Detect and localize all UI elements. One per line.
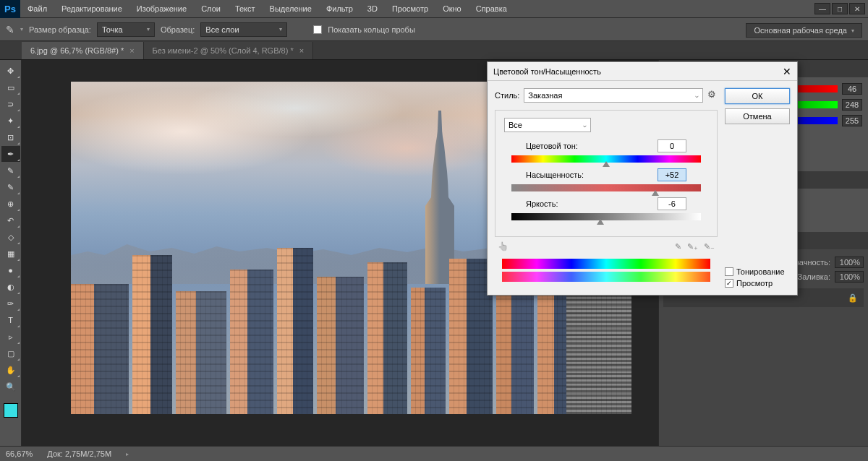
minimize-button[interactable]: —: [814, 3, 830, 14]
saturation-slider[interactable]: [511, 184, 701, 191]
status-chevron-icon[interactable]: ▸: [126, 451, 129, 457]
menu-image[interactable]: Изображение: [129, 4, 194, 13]
colorize-label: Тонирование: [736, 267, 785, 276]
sliders-box: Все⌵ Цветовой тон: Насыщенность:: [495, 110, 718, 237]
channel-select[interactable]: Все⌵: [504, 118, 591, 132]
pen-tool[interactable]: ✑: [1, 296, 20, 311]
style-value: Заказная: [528, 91, 562, 100]
lightness-input[interactable]: [658, 197, 686, 210]
eraser-tool[interactable]: ◇: [1, 229, 20, 245]
tab-close-icon[interactable]: ×: [299, 46, 304, 55]
path-tool[interactable]: ▹: [1, 329, 20, 345]
dialog-close-icon[interactable]: ✕: [783, 66, 791, 77]
wand-tool[interactable]: ✦: [1, 113, 20, 129]
foreground-color-swatch[interactable]: [4, 403, 18, 418]
input-spectrum: [502, 259, 710, 269]
sample-value: Все слои: [205, 25, 239, 34]
gradient-tool[interactable]: ▦: [1, 246, 20, 262]
heal-tool[interactable]: ✎: [1, 163, 20, 178]
saturation-input[interactable]: [658, 168, 686, 181]
ok-button[interactable]: ОК: [725, 88, 790, 104]
tool-preset-chevron-icon[interactable]: ▾: [20, 26, 23, 33]
eyedropper-tool-icon: ✎: [6, 24, 14, 35]
fill-label: Заливка:: [798, 272, 830, 281]
tab-label: 6.jpg @ 66,7% (RGB/8#) *: [30, 46, 124, 55]
clone-tool[interactable]: ⊕: [1, 196, 20, 212]
r-value[interactable]: 46: [842, 83, 862, 95]
dialog-titlebar[interactable]: Цветовой тон/Насыщенность ✕: [488, 62, 797, 81]
menu-window[interactable]: Окно: [435, 4, 469, 13]
menu-layers[interactable]: Слои: [194, 4, 228, 13]
sample-select[interactable]: Все слои▾: [200, 22, 287, 37]
scrubby-icon[interactable]: [498, 241, 509, 251]
menu-select[interactable]: Выделение: [263, 4, 319, 13]
hue-saturation-dialog: Цветовой тон/Насыщенность ✕ Стиль: Заказ…: [487, 61, 798, 296]
tools-panel: ✥ ▭ ⊃ ✦ ⊡ ✒ ✎ ✎ ⊕ ↶ ◇ ▦ ● ◐ ✑ T ▹ ▢ ✋ 🔍: [0, 60, 22, 446]
lightness-label: Яркость:: [526, 199, 558, 208]
eyedropper-set-icon[interactable]: ✎: [675, 242, 681, 251]
blur-tool[interactable]: ●: [1, 262, 20, 278]
colorize-checkbox[interactable]: [725, 267, 733, 276]
zoom-tool[interactable]: 🔍: [1, 379, 20, 395]
marquee-tool[interactable]: ▭: [1, 79, 20, 95]
tab-label: Без имени-2 @ 50% (Слой 4, RGB/8) *: [153, 46, 294, 55]
dodge-tool[interactable]: ◐: [1, 279, 20, 295]
menu-filter[interactable]: Фильтр: [319, 4, 360, 13]
workspace-switcher[interactable]: Основная рабочая среда▾: [746, 23, 862, 38]
sample-label: Образец:: [161, 25, 195, 34]
move-tool[interactable]: ✥: [1, 63, 20, 79]
menu-help[interactable]: Справка: [469, 4, 514, 13]
hue-input[interactable]: [658, 139, 686, 152]
lock-icon[interactable]: 🔒: [848, 293, 858, 303]
g-value[interactable]: 248: [842, 99, 862, 111]
opacity-field[interactable]: 100%: [835, 257, 864, 268]
preset-options-icon[interactable]: [707, 90, 718, 100]
output-spectrum: [502, 272, 710, 282]
fill-field[interactable]: 100%: [835, 271, 864, 283]
tab-document-1[interactable]: 6.jpg @ 66,7% (RGB/8#) * ×: [22, 42, 144, 59]
window-controls: — □ ✕: [814, 3, 865, 14]
sample-size-select[interactable]: Точка▾: [97, 22, 155, 37]
zoom-level[interactable]: 66,67%: [6, 449, 33, 458]
crop-tool[interactable]: ⊡: [1, 129, 20, 145]
history-brush-tool[interactable]: ↶: [1, 212, 20, 228]
eyedropper-add-icon[interactable]: ✎₊: [687, 242, 698, 251]
document-tabs: 6.jpg @ 66,7% (RGB/8#) * × Без имени-2 @…: [0, 41, 868, 60]
style-label: Стиль:: [495, 91, 519, 100]
show-ring-checkbox[interactable]: [313, 25, 322, 34]
hand-tool[interactable]: ✋: [1, 362, 20, 378]
hue-label: Цветовой тон:: [526, 142, 578, 150]
maximize-button[interactable]: □: [832, 3, 848, 14]
b-value[interactable]: 255: [842, 115, 862, 126]
hue-slider[interactable]: [511, 155, 701, 163]
eyedropper-sub-icon[interactable]: ✎₋: [704, 242, 715, 251]
cancel-button[interactable]: Отмена: [725, 108, 790, 124]
status-bar: 66,67% Док: 2,75M/2,75M ▸: [0, 446, 868, 461]
workspace-label: Основная рабочая среда: [754, 26, 847, 35]
tab-document-2[interactable]: Без имени-2 @ 50% (Слой 4, RGB/8) * ×: [144, 42, 314, 59]
preview-label: Просмотр: [736, 279, 773, 288]
dialog-title-text: Цветовой тон/Насыщенность: [493, 67, 601, 76]
tab-close-icon[interactable]: ×: [129, 46, 134, 55]
close-button[interactable]: ✕: [849, 3, 865, 14]
eyedropper-tool[interactable]: ✒: [1, 146, 20, 162]
menu-edit[interactable]: Редактирование: [54, 4, 129, 13]
menu-text[interactable]: Текст: [228, 4, 263, 13]
doc-size[interactable]: Док: 2,75M/2,75M: [47, 449, 111, 458]
brush-tool[interactable]: ✎: [1, 179, 20, 195]
preview-checkbox[interactable]: ✓: [725, 279, 733, 288]
menu-file[interactable]: Файл: [20, 4, 54, 13]
menu-bar: Ps Файл Редактирование Изображение Слои …: [0, 0, 868, 18]
preview-checkbox-row[interactable]: ✓Просмотр: [725, 279, 790, 288]
lasso-tool[interactable]: ⊃: [1, 96, 20, 112]
app-logo: Ps: [0, 0, 20, 18]
lightness-slider[interactable]: [511, 213, 701, 220]
menu-3d[interactable]: 3D: [360, 4, 385, 13]
style-select[interactable]: Заказная⌵: [524, 88, 703, 103]
shape-tool[interactable]: ▢: [1, 345, 20, 361]
colorize-checkbox-row[interactable]: Тонирование: [725, 267, 790, 276]
menu-view[interactable]: Просмотр: [385, 4, 435, 13]
options-bar: ✎ ▾ Размер образца: Точка▾ Образец: Все …: [0, 18, 868, 41]
type-tool[interactable]: T: [1, 312, 20, 328]
sample-size-value: Точка: [102, 25, 123, 34]
